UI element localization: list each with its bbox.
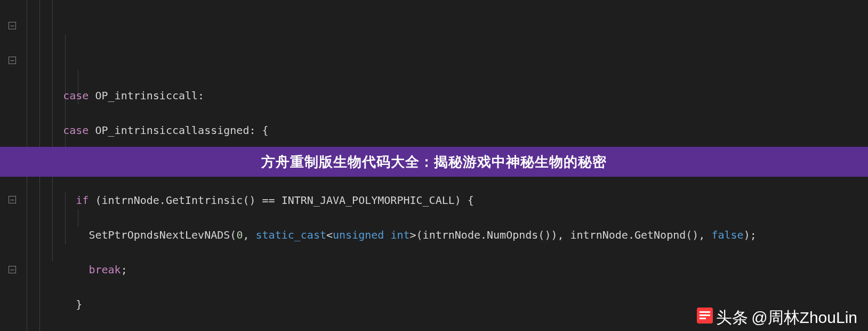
fold-icon[interactable]: − bbox=[9, 22, 16, 29]
fold-icon[interactable]: − bbox=[9, 196, 16, 203]
banner-title: 方舟重制版生物代码大全：揭秘游戏中神秘生物的秘密 bbox=[261, 153, 607, 171]
code-line[interactable]: break; bbox=[19, 261, 868, 279]
keyword-break: break bbox=[89, 263, 120, 276]
code-line[interactable]: if (intrnNode.GetIntrinsic() == INTRN_JA… bbox=[19, 192, 868, 209]
watermark-handle: @周林ZhouLin bbox=[751, 309, 857, 327]
keyword-if: if bbox=[76, 194, 89, 207]
watermark-prefix: 头条 bbox=[716, 309, 748, 327]
code-line[interactable]: case OP_intrinsiccallassigned: { bbox=[19, 122, 868, 139]
fold-icon[interactable]: − bbox=[9, 57, 16, 64]
watermark: 头条 @周林ZhouLin bbox=[697, 308, 857, 328]
svg-rect-2 bbox=[700, 314, 710, 316]
svg-rect-1 bbox=[700, 311, 710, 313]
code-line[interactable]: case OP_intrinsiccall: bbox=[19, 87, 868, 105]
code-line[interactable]: SetPtrOpndsNextLevNADS(0, static_cast<un… bbox=[19, 226, 868, 244]
svg-rect-3 bbox=[700, 318, 706, 319]
title-banner: 方舟重制版生物代码大全：揭秘游戏中神秘生物的秘密 bbox=[0, 147, 868, 177]
fold-icon[interactable]: − bbox=[9, 266, 16, 273]
keyword-case: case bbox=[63, 89, 89, 102]
keyword-case: case bbox=[63, 124, 89, 137]
toutiao-logo-icon bbox=[697, 308, 713, 328]
